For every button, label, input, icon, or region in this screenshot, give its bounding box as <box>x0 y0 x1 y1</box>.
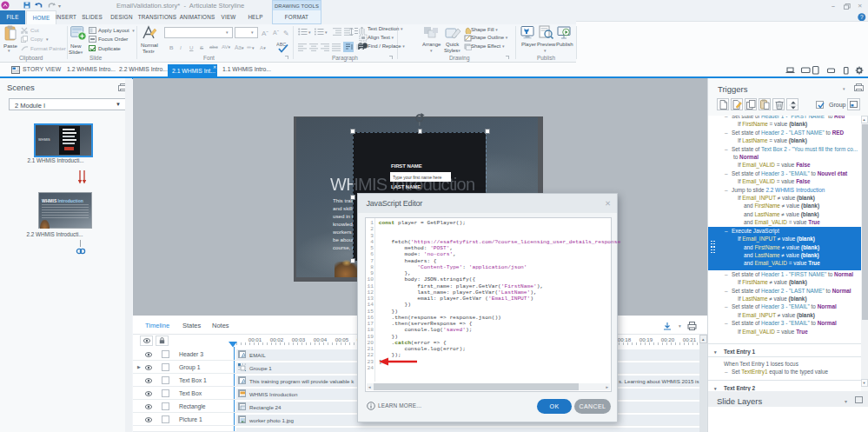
svg-text:?: ? <box>860 14 864 20</box>
svg-text:ABC: ABC <box>276 42 286 47</box>
